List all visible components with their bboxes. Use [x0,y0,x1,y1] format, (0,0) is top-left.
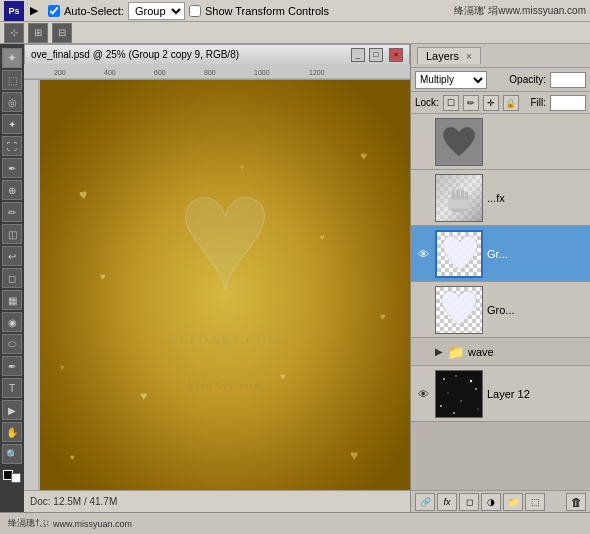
ruler-svg: 200 400 600 800 1000 1200 [24,64,410,80]
layer-eye-1[interactable] [415,134,431,150]
layer-item-4[interactable]: Gro... [411,282,590,338]
tool-shape[interactable]: ▶ [2,400,22,420]
layers-link-btn[interactable]: 🔗 [415,493,435,511]
layer-eye-12[interactable]: 👁 [415,386,431,402]
canvas-area: ove_final.psd @ 25% (Group 2 copy 9, RGB… [24,44,410,512]
opacity-label: Opacity: [509,74,546,85]
svg-point-38 [477,408,478,409]
tool-select-rect[interactable]: ⬚ [2,70,22,90]
layers-tab[interactable]: Layers × [417,47,481,64]
svg-text:200: 200 [54,69,66,76]
menu-item[interactable]: ▶ [24,2,44,19]
tool-gradient[interactable]: ▦ [2,290,22,310]
lock-transparent[interactable]: ☐ [443,95,459,111]
layers-tab-close[interactable]: × [466,51,472,62]
canvas-watermark: AlfoArt.com [168,332,281,348]
layer-folder-eye[interactable] [415,344,431,360]
forum-text-top: 绛滆璁′ 埍www.missyuan.com [454,4,586,18]
layers-delete-btn[interactable]: 🗑 [566,493,586,511]
svg-point-37 [440,405,442,407]
layer-folder-wave[interactable]: ▶ 📁 wave [411,338,590,366]
layer-item-3[interactable]: 👁 Gr... [411,226,590,282]
layer-item-1[interactable] [411,114,590,170]
win-minimize[interactable]: _ [351,48,365,62]
svg-text:800: 800 [204,69,216,76]
layer-thumb-3 [435,230,483,278]
tool-heal[interactable]: ⊕ [2,180,22,200]
layers-new-btn[interactable]: ⬚ [525,493,545,511]
lock-all[interactable]: 🔒 [503,95,519,111]
status-text: Doc: 12.5M / 41.7M [30,496,117,507]
thumb-hands-svg [441,180,477,216]
svg-rect-26 [452,190,456,199]
tool-blur[interactable]: ◉ [2,312,22,332]
lock-position[interactable]: ✛ [483,95,499,111]
opacity-input[interactable]: 100% [550,72,586,88]
layer-item-2[interactable]: ...fx [411,170,590,226]
tool-crop[interactable]: ⛶ [2,136,22,156]
toolbar-btn-3[interactable]: ⊟ [52,23,72,43]
tool-brush[interactable]: ✏ [2,202,22,222]
layers-blend-row: Multiply Opacity: 100% [411,68,590,92]
layer-item-12[interactable]: 👁 [411,366,590,422]
svg-text:♥: ♥ [280,371,286,382]
folder-arrow: ▶ [435,346,443,357]
tool-pen[interactable]: ✒ [2,356,22,376]
tool-eraser[interactable]: ◻ [2,268,22,288]
tool-hand[interactable]: ✋ [2,422,22,442]
layers-fx-btn[interactable]: fx [437,493,457,511]
layer-thumb-2 [435,174,483,222]
tool-text[interactable]: T [2,378,22,398]
svg-rect-27 [456,189,460,200]
ruler-left-svg [24,80,40,512]
layer-eye-4[interactable] [415,302,431,318]
autoselect-label: Auto-Select: [64,5,124,17]
svg-point-34 [447,392,448,393]
lock-paint[interactable]: ✏ [463,95,479,111]
svg-text:♥: ♥ [100,271,106,282]
tool-magic-wand[interactable]: ✦ [2,114,22,134]
svg-text:♥: ♥ [360,149,367,163]
bg-color[interactable] [11,473,21,483]
layers-adj-btn[interactable]: ◑ [481,493,501,511]
layers-tab-bar: Layers × [411,44,590,68]
blend-mode-select[interactable]: Multiply [415,71,487,89]
tool-lasso[interactable]: ◎ [2,92,22,112]
autoselect-dropdown[interactable]: Group [128,2,185,20]
thumb-heart-svg-1 [439,124,479,160]
thumb-dark-bg [436,371,482,417]
canvas-content[interactable]: ♥ ♥ ♥ ♥ ♥ ♥ ♥ ♥ ♥ ♥ ♥ ♥ ♥ [40,80,410,512]
layers-mask-btn[interactable]: ◻ [459,493,479,511]
doc-titlebar: ove_final.psd @ 25% (Group 2 copy 9, RGB… [24,44,410,64]
svg-text:♥: ♥ [140,389,147,403]
tool-dodge[interactable]: ⬭ [2,334,22,354]
tool-history[interactable]: ↩ [2,246,22,266]
canvas-bg-svg: ♥ ♥ ♥ ♥ ♥ ♥ ♥ ♥ ♥ ♥ ♥ ♥ ♥ [40,80,410,512]
svg-point-39 [453,411,455,413]
fill-input[interactable]: 100% [550,95,586,111]
folder-icon: 📁 [447,344,464,360]
tool-stamp[interactable]: ◫ [2,224,22,244]
autoselect-group: Auto-Select: Group [48,2,185,20]
status-bar: Doc: 12.5M / 41.7M [24,490,410,512]
svg-point-31 [443,378,445,380]
layer-eye-3[interactable]: 👁 [415,246,431,262]
tool-eyedrop[interactable]: ✒ [2,158,22,178]
tool-move[interactable]: ✦ [2,48,22,68]
ruler-left [24,80,40,512]
layers-panel: Layers × Multiply Opacity: 100% Lock: ☐ … [410,44,590,512]
svg-text:400: 400 [104,69,116,76]
autoselect-checkbox[interactable] [48,5,60,17]
layers-group-btn[interactable]: 📁 [503,493,523,511]
transform-checkbox[interactable] [189,5,201,17]
win-restore[interactable]: □ [369,48,383,62]
svg-point-36 [460,400,462,402]
svg-point-32 [455,375,457,377]
toolbar-btn-1[interactable]: ⊹ [4,23,24,43]
svg-text:♥: ♥ [70,453,75,462]
toolbar-btn-2[interactable]: ⊞ [28,23,48,43]
layer-thumb-4 [435,286,483,334]
tool-zoom[interactable]: 🔍 [2,444,22,464]
win-close[interactable]: × [389,48,403,62]
layer-eye-2[interactable] [415,190,431,206]
